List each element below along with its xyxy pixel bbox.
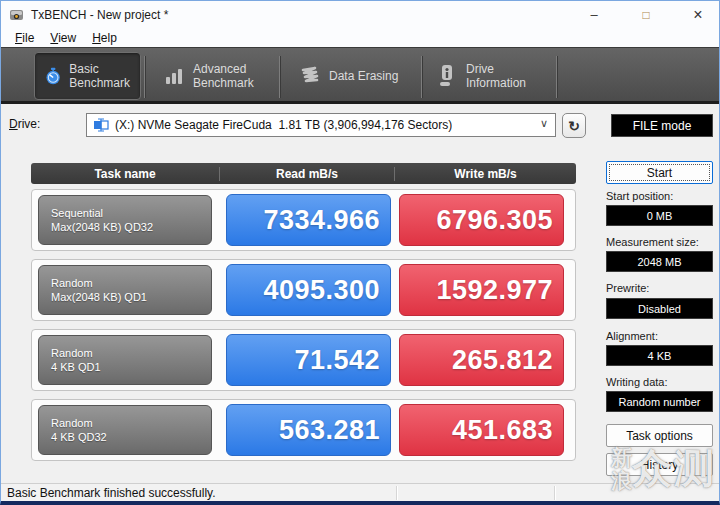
drive-label: Drive: [9,117,40,131]
status-separator [396,486,397,500]
write-value: 265.812 [399,334,564,386]
write-value: 6796.305 [399,194,564,246]
drive-select[interactable]: (X:) NVMe Seagate FireCuda 1.81 TB (3,90… [86,113,556,137]
task-button-random-4k-qd1[interactable]: Random 4 KB QD1 [38,335,212,385]
close-button[interactable]: × [687,6,709,24]
drive-info-icon [436,64,458,88]
chevron-down-icon: ∨ [540,117,548,130]
status-message: Basic Benchmark finished successfully. [7,486,216,500]
erase-icon [299,65,321,87]
tab-data-erasing[interactable]: Data Erasing [289,52,414,100]
measurement-size-label: Measurement size: [606,236,699,248]
column-header-write: Write mB/s [394,167,576,181]
drive-icon [93,118,109,132]
task-options-button[interactable]: Task options [606,424,713,447]
task-line1: Random [51,416,211,430]
menu-file[interactable]: File [8,30,41,46]
tab-advanced-benchmark[interactable]: AdvancedBenchmark [153,52,275,100]
read-value: 71.542 [226,334,391,386]
stopwatch-icon [45,64,61,88]
read-value: 4095.300 [226,264,391,316]
read-value: 563.281 [226,404,391,456]
task-line2: 4 KB QD1 [51,360,211,374]
tab-label: AdvancedBenchmark [193,62,254,90]
file-mode-button[interactable]: FILE mode [611,114,713,137]
start-button[interactable]: Start [606,161,713,184]
results-table-header: Task name Read mB/s Write mB/s [31,163,576,184]
tab-label: BasicBenchmark [69,62,130,90]
tab-label: Data Erasing [329,69,398,83]
start-position-label: Start position: [606,190,673,202]
table-row: Random 4 KB QD32 563.281 451.683 [31,399,576,461]
title-bar: TxBENCH - New project * – □ × [1,1,719,28]
tab-drive-information[interactable]: DriveInformation [426,52,548,100]
refresh-drives-button[interactable]: ↻ [562,113,586,138]
refresh-icon: ↻ [568,118,580,134]
app-window: TxBENCH - New project * – □ × File View … [0,0,720,505]
task-button-random-4k-qd32[interactable]: Random 4 KB QD32 [38,405,212,455]
start-position-value: 0 MB [606,205,713,226]
alignment-label: Alignment: [606,330,658,342]
alignment-value: 4 KB [606,345,713,366]
menu-help[interactable]: Help [85,30,124,46]
task-line1: Sequential [51,206,211,220]
writing-data-value: Random number [606,391,713,412]
read-value: 7334.966 [226,194,391,246]
toolbar: BasicBenchmark AdvancedBenchmark Data Er… [1,47,719,104]
task-line1: Random [51,346,211,360]
writing-data-label: Writing data: [606,376,668,388]
prewrite-label: Prewrite: [606,282,649,294]
drive-value: (X:) NVMe Seagate FireCuda 1.81 TB (3,90… [115,118,452,132]
tab-label: DriveInformation [466,62,526,90]
table-row: Sequential Max(2048 KB) QD32 7334.966 67… [31,189,576,251]
write-value: 1592.977 [399,264,564,316]
task-button-sequential-qd32[interactable]: Sequential Max(2048 KB) QD32 [38,195,212,245]
menu-bar: File View Help [1,28,719,47]
table-row: Random 4 KB QD1 71.542 265.812 [31,329,576,391]
table-row: Random Max(2048 KB) QD1 4095.300 1592.97… [31,259,576,321]
toolbar-separator [556,56,557,98]
write-value: 451.683 [399,404,564,456]
prewrite-value: Disabled [606,298,713,319]
measurement-size-value: 2048 MB [606,251,713,272]
task-line2: Max(2048 KB) QD1 [51,290,211,304]
task-button-random-qd1[interactable]: Random Max(2048 KB) QD1 [38,265,212,315]
task-line1: Random [51,276,211,290]
history-button[interactable]: History [606,453,713,476]
toolbar-separator [421,56,422,98]
tab-basic-benchmark[interactable]: BasicBenchmark [34,52,141,100]
column-header-task-name: Task name [31,167,219,181]
maximize-button[interactable]: □ [635,8,657,22]
toolbar-separator [279,56,280,98]
status-separator [554,486,555,500]
minimize-button[interactable]: – [583,7,605,22]
column-header-read: Read mB/s [219,167,394,181]
bar-chart-icon [163,65,185,87]
status-bar: Basic Benchmark finished successfully. [1,483,719,501]
menu-view[interactable]: View [43,30,83,46]
task-line2: Max(2048 KB) QD32 [51,220,211,234]
window-title: TxBENCH - New project * [31,8,168,22]
toolbar-separator [144,56,145,98]
task-line2: 4 KB QD32 [51,430,211,444]
app-icon [9,7,25,23]
